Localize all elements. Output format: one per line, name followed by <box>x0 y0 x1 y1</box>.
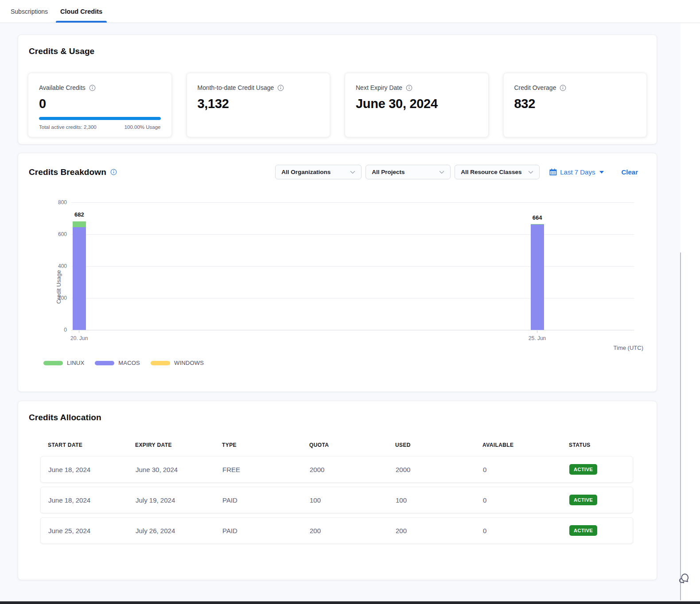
allocation-table: START DATEEXPIRY DATETYPEQUOTAUSEDAVAILA… <box>40 442 633 544</box>
info-icon[interactable] <box>277 85 284 91</box>
cell-status: ACTIVE <box>569 525 633 536</box>
projects-select[interactable]: All Projects <box>366 165 451 179</box>
gridline <box>71 202 634 203</box>
cell-quota: 100 <box>310 496 396 504</box>
caret-down-icon <box>599 171 604 174</box>
info-icon[interactable] <box>406 85 412 91</box>
date-range-label: Last 7 Days <box>560 168 595 176</box>
legend-item-windows[interactable]: WINDOWS <box>151 360 204 366</box>
resource-classes-select[interactable]: All Resource Classes <box>455 165 540 179</box>
cell-expiry-date: July 26, 2024 <box>136 527 222 534</box>
bar-segment-macos[interactable] <box>73 227 86 330</box>
chevron-down-icon <box>528 170 533 174</box>
cell-expiry-date: June 30, 2024 <box>136 466 222 473</box>
organizations-select[interactable]: All Organizations <box>275 165 362 179</box>
cell-expiry-date: July 19, 2024 <box>136 496 222 504</box>
credits-breakdown-section: Credits Breakdown All Organizations All … <box>18 153 657 392</box>
tab-subscriptions[interactable]: Subscriptions <box>10 0 49 23</box>
credits-progress-fill <box>39 117 161 120</box>
chevron-down-icon <box>439 170 444 174</box>
chart-filters: All Organizations All Projects All Resou… <box>275 165 646 179</box>
x-tick-mark <box>537 330 537 333</box>
y-tick-label: 400 <box>46 263 67 269</box>
y-tick-label: 200 <box>46 295 67 301</box>
usage-percent: 100.00% Usage <box>124 124 161 130</box>
cell-start-date: June 18, 2024 <box>48 496 136 504</box>
y-tick-label: 800 <box>46 199 67 205</box>
cell-used: 100 <box>396 496 483 504</box>
bar-total-label: 664 <box>524 214 551 221</box>
bar-segment-linux[interactable] <box>73 221 86 227</box>
info-icon[interactable] <box>560 85 566 91</box>
cell-quota: 2000 <box>310 466 396 473</box>
clear-filters-button[interactable]: Clear <box>621 168 638 176</box>
bar-total-label: 682 <box>66 211 93 218</box>
cell-used: 2000 <box>396 466 483 473</box>
legend-label: LINUX <box>67 360 84 366</box>
available-credits-label: Available Credits <box>39 84 86 91</box>
chevron-down-icon <box>350 170 355 174</box>
next-expiry-label: Next Expiry Date <box>356 84 402 91</box>
cell-quota: 200 <box>310 527 396 534</box>
chart-legend: LINUXMACOSWINDOWS <box>43 360 204 366</box>
credits-progress-bar <box>39 117 161 120</box>
status-badge: ACTIVE <box>569 464 597 475</box>
legend-label: WINDOWS <box>174 360 204 366</box>
mtd-usage-card: Month-to-date Credit Usage 3,132 <box>187 73 331 137</box>
credit-overage-card: Credit Overage 832 <box>503 73 647 137</box>
column-header: START DATE <box>48 442 135 448</box>
bar-segment-linux[interactable] <box>531 224 544 225</box>
legend-swatch <box>43 361 63 365</box>
credits-breakdown-title: Credits Breakdown <box>29 167 106 177</box>
cell-available: 0 <box>483 496 569 504</box>
info-icon[interactable] <box>110 169 117 175</box>
scrollbar-thumb[interactable] <box>680 252 681 600</box>
legend-swatch <box>95 361 114 365</box>
chart-plot: 020040060080068220. Jun66425. Jun <box>71 202 634 330</box>
column-header: AVAILABLE <box>482 442 569 448</box>
allocation-table-body: June 18, 2024June 30, 2024FREE200020000A… <box>40 456 633 544</box>
credits-allocation-section: Credits Allocation START DATEEXPIRY DATE… <box>18 401 657 580</box>
mtd-usage-label: Month-to-date Credit Usage <box>198 84 274 91</box>
table-row: June 18, 2024July 19, 2024PAID1001000ACT… <box>40 487 633 513</box>
x-tick-label: 20. Jun <box>62 335 97 341</box>
legend-swatch <box>151 361 170 365</box>
gridline <box>71 266 634 267</box>
info-icon[interactable] <box>89 85 96 91</box>
calendar-icon <box>549 168 557 176</box>
x-tick-label: 25. Jun <box>520 335 555 341</box>
cell-status: ACTIVE <box>569 464 633 475</box>
credits-allocation-title: Credits Allocation <box>18 401 657 422</box>
column-header: EXPIRY DATE <box>135 442 222 448</box>
cell-type: PAID <box>222 496 310 504</box>
cell-available: 0 <box>483 466 569 473</box>
y-tick-label: 0 <box>46 327 67 333</box>
status-badge: ACTIVE <box>569 525 597 536</box>
bottom-window-edge <box>0 601 700 604</box>
column-header: TYPE <box>222 442 309 448</box>
available-credits-value: 0 <box>39 97 161 111</box>
column-header: USED <box>395 442 482 448</box>
credits-usage-section: Credits & Usage Available Credits 0 Tota… <box>18 35 657 144</box>
next-expiry-value: June 30, 2024 <box>356 97 478 111</box>
legend-item-macos[interactable]: MACOS <box>95 360 140 366</box>
date-range-picker[interactable]: Last 7 Days <box>549 168 604 176</box>
x-axis-title: Time (UTC) <box>614 345 643 351</box>
cell-status: ACTIVE <box>569 495 633 505</box>
available-credits-card: Available Credits 0 Total active credits… <box>28 73 172 137</box>
credit-overage-value: 832 <box>514 97 636 111</box>
legend-label: MACOS <box>118 360 140 366</box>
tab-cloud-credits[interactable]: Cloud Credits <box>56 0 107 23</box>
column-header: QUOTA <box>309 442 395 448</box>
bar-segment-macos[interactable] <box>531 225 544 330</box>
next-expiry-card: Next Expiry Date June 30, 2024 <box>345 73 489 137</box>
status-badge: ACTIVE <box>569 495 597 505</box>
mtd-usage-value: 3,132 <box>198 97 319 111</box>
y-tick-label: 600 <box>46 231 67 237</box>
x-tick-mark <box>79 330 79 333</box>
gridline <box>71 234 634 235</box>
tab-bar: Subscriptions Cloud Credits <box>0 0 700 23</box>
gridline <box>71 330 634 330</box>
support-chat-icon[interactable] <box>677 571 691 585</box>
legend-item-linux[interactable]: LINUX <box>43 360 84 366</box>
